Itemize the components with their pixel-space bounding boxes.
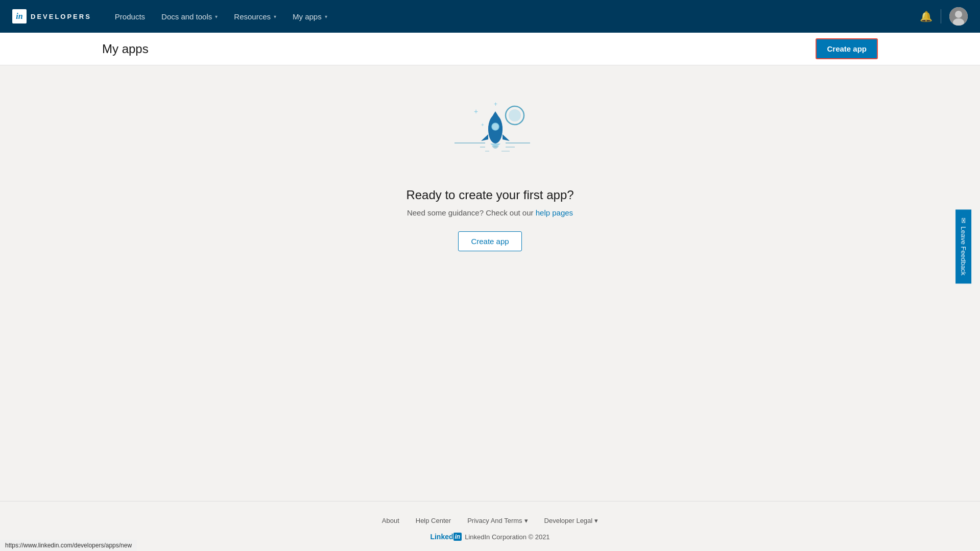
page-header: My apps Create app bbox=[0, 33, 980, 65]
guidance-text: Need some guidance? Check out our help p… bbox=[406, 208, 573, 217]
myapps-chevron-icon: ▾ bbox=[325, 14, 327, 19]
nav-right: 🔔 bbox=[920, 7, 968, 26]
footer-copyright-text: LinkedIn Corporation © 2021 bbox=[465, 533, 549, 541]
svg-text:+: + bbox=[494, 101, 497, 108]
footer-li-text: Linked bbox=[430, 533, 453, 541]
feedback-envelope-icon: ✉ bbox=[960, 218, 967, 223]
ready-title: Ready to create your first app? bbox=[406, 188, 573, 202]
notification-bell-icon[interactable]: 🔔 bbox=[920, 10, 933, 22]
logo-box: in bbox=[12, 9, 27, 23]
main-content: + + + bbox=[0, 65, 980, 501]
nav-resources-label: Resources bbox=[234, 12, 271, 21]
footer-privacy-link[interactable]: Privacy And Terms ▾ bbox=[467, 517, 528, 524]
feedback-button[interactable]: ✉ Leave Feedback bbox=[955, 209, 971, 283]
footer-legal-label: Developer Legal bbox=[544, 517, 593, 524]
logo-developers-text: DEVELOPERS bbox=[31, 13, 91, 20]
nav-item-resources[interactable]: Resources ▾ bbox=[227, 8, 283, 25]
rocket-svg: + + + bbox=[439, 96, 541, 167]
footer-help-link[interactable]: Help Center bbox=[416, 517, 451, 524]
footer-links: About Help Center Privacy And Terms ▾ De… bbox=[10, 517, 970, 524]
page-footer: About Help Center Privacy And Terms ▾ De… bbox=[0, 501, 980, 551]
nav-item-docs[interactable]: Docs and tools ▾ bbox=[154, 8, 225, 25]
avatar-svg bbox=[949, 7, 968, 26]
nav-products-label: Products bbox=[115, 12, 145, 21]
svg-text:+: + bbox=[474, 107, 478, 115]
logo-link[interactable]: in DEVELOPERS bbox=[12, 9, 91, 23]
rocket-illustration: + + + bbox=[439, 96, 541, 167]
nav-items: Products Docs and tools ▾ Resources ▾ My… bbox=[108, 8, 920, 25]
help-pages-link[interactable]: help pages bbox=[536, 208, 573, 217]
footer-li-in: in bbox=[453, 533, 462, 541]
status-bar: https://www.linkedin.com/developers/apps… bbox=[0, 540, 137, 551]
create-app-top-button[interactable]: Create app bbox=[816, 38, 878, 59]
nav-divider bbox=[941, 9, 941, 23]
docs-chevron-icon: ▾ bbox=[215, 14, 218, 19]
footer-copyright: Linkedin LinkedIn Corporation © 2021 bbox=[10, 533, 970, 541]
content-area: Ready to create your first app? Need som… bbox=[406, 188, 573, 251]
page-title: My apps bbox=[102, 42, 149, 56]
footer-legal-chevron-icon: ▾ bbox=[594, 517, 598, 524]
nav-docs-label: Docs and tools bbox=[161, 12, 212, 21]
status-url: https://www.linkedin.com/developers/apps… bbox=[5, 542, 132, 549]
footer-privacy-label: Privacy And Terms bbox=[467, 517, 522, 524]
footer-about-link[interactable]: About bbox=[382, 517, 399, 524]
svg-point-7 bbox=[509, 109, 521, 122]
nav-item-products[interactable]: Products bbox=[108, 8, 152, 25]
main-nav: in DEVELOPERS Products Docs and tools ▾ … bbox=[0, 0, 980, 33]
nav-item-myapps[interactable]: My apps ▾ bbox=[285, 8, 334, 25]
user-avatar[interactable] bbox=[949, 7, 968, 26]
footer-li-logo: Linkedin bbox=[430, 533, 462, 541]
feedback-label: Leave Feedback bbox=[960, 226, 967, 275]
svg-point-1 bbox=[955, 11, 962, 18]
nav-myapps-label: My apps bbox=[293, 12, 322, 21]
create-app-center-button[interactable]: Create app bbox=[458, 231, 521, 251]
logo-in-text: in bbox=[16, 12, 22, 21]
guidance-prefix: Need some guidance? Check out our bbox=[407, 208, 534, 217]
resources-chevron-icon: ▾ bbox=[274, 14, 276, 19]
footer-developer-legal-link[interactable]: Developer Legal ▾ bbox=[544, 517, 599, 524]
footer-privacy-chevron-icon: ▾ bbox=[524, 517, 528, 524]
svg-point-9 bbox=[492, 123, 499, 130]
svg-text:+: + bbox=[481, 122, 484, 128]
